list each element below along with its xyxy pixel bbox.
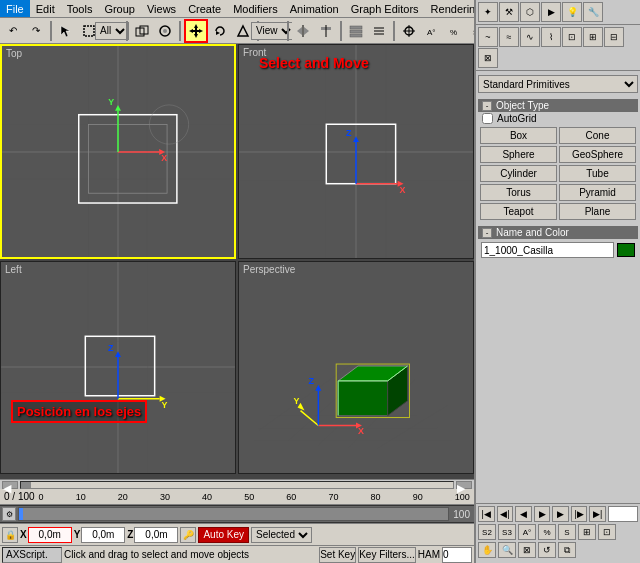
modify-tab[interactable]: ⚒ <box>499 2 519 22</box>
snap-2d-button[interactable]: S2 <box>478 524 496 540</box>
menu-graph-editors[interactable]: Graph Editors <box>345 0 425 17</box>
viewport-left[interactable]: Left Posición en los ejes Y Z <box>0 261 236 474</box>
percent-snap-button[interactable]: % <box>444 20 466 42</box>
y-label: Y <box>74 529 81 540</box>
angle-snap-button[interactable]: A° <box>421 20 443 42</box>
utilities-tab[interactable]: 🔧 <box>583 2 603 22</box>
create-tab[interactable]: ✦ <box>478 2 498 22</box>
reference-coord-dropdown[interactable]: View <box>262 20 284 42</box>
rotate-button[interactable] <box>209 20 231 42</box>
go-start-button[interactable]: |◀ <box>478 506 495 522</box>
cylinder-button[interactable]: Cylinder <box>480 165 557 182</box>
cone-button[interactable]: Cone <box>559 127 636 144</box>
rp-btn-2[interactable]: ≈ <box>499 27 519 47</box>
pyramid-button[interactable]: Pyramid <box>559 184 636 201</box>
zoom-button[interactable]: 🔍 <box>498 542 516 558</box>
rp-btn-8[interactable]: ⊠ <box>478 48 498 68</box>
timeline-options-btn[interactable]: ⚙ <box>2 507 16 521</box>
menu-tools[interactable]: Tools <box>61 0 99 17</box>
scroll-right-btn[interactable]: ▶ <box>456 481 472 489</box>
maximize-viewport-btn[interactable]: ⧉ <box>558 542 576 558</box>
plane-button[interactable]: Plane <box>559 203 636 220</box>
pan-button[interactable]: ✋ <box>478 542 496 558</box>
rp-btn-5[interactable]: ⊡ <box>562 27 582 47</box>
tube-button[interactable]: Tube <box>559 165 636 182</box>
primitive-type-dropdown[interactable]: Standard Primitives <box>478 75 638 93</box>
svg-text:Y: Y <box>294 396 300 406</box>
hierarchy-tab[interactable]: ⬡ <box>520 2 540 22</box>
layer-manager-button[interactable] <box>345 20 367 42</box>
timeline-track[interactable] <box>20 481 454 489</box>
play-button[interactable]: ▶ <box>534 506 551 522</box>
zoom-extents-btn[interactable]: ⊞ <box>578 524 596 540</box>
rp-btn-1[interactable]: ~ <box>478 27 498 47</box>
viewport-front[interactable]: Front Select and Move X Z <box>238 44 474 259</box>
menu-edit[interactable]: Edit <box>30 0 61 17</box>
select-button[interactable] <box>55 20 77 42</box>
angle-snap-btn2[interactable]: A° <box>518 524 536 540</box>
filter-select[interactable]: All <box>95 22 129 40</box>
snap-button[interactable] <box>398 20 420 42</box>
scroll-left-btn[interactable]: ◀ <box>2 481 18 489</box>
undo-button[interactable]: ↶ <box>2 20 24 42</box>
sphere-button[interactable]: Sphere <box>480 146 557 163</box>
rp-btn-3[interactable]: ∿ <box>520 27 540 47</box>
menu-file[interactable]: File <box>0 0 30 17</box>
object-type-collapse[interactable]: - <box>482 101 492 111</box>
set-key-button[interactable]: Set Key <box>319 547 356 563</box>
prev-frame-button[interactable]: ◀ <box>515 506 532 522</box>
rp-btn-7[interactable]: ⊟ <box>604 27 624 47</box>
next-key-button[interactable]: |▶ <box>571 506 588 522</box>
viewport-top[interactable]: Top X Y <box>0 44 236 259</box>
next-frame-button[interactable]: ▶ <box>552 506 569 522</box>
color-swatch[interactable] <box>617 243 635 257</box>
select-move-button[interactable] <box>184 19 208 43</box>
selection-dropdown[interactable]: Selected <box>251 527 312 543</box>
align-button[interactable] <box>315 20 337 42</box>
lock-button[interactable]: 🔒 <box>2 527 18 543</box>
object-name-input[interactable] <box>481 242 614 258</box>
timeline-thumb[interactable] <box>21 482 31 488</box>
h-scrollbar[interactable]: ◀ ▶ <box>0 479 474 489</box>
menu-views[interactable]: Views <box>141 0 182 17</box>
go-end-button[interactable]: ▶| <box>589 506 606 522</box>
orbit-button[interactable]: ↺ <box>538 542 556 558</box>
paint-select-button[interactable] <box>154 20 176 42</box>
autokey-button[interactable]: Auto Key <box>198 527 249 543</box>
torus-button[interactable]: Torus <box>480 184 557 201</box>
key-filters-button[interactable]: Key Filters... <box>358 547 416 563</box>
spinner-snap-btn2[interactable]: S <box>558 524 576 540</box>
snap-3d-button[interactable]: S3 <box>498 524 516 540</box>
name-color-collapse[interactable]: - <box>482 228 492 238</box>
rp-btn-6[interactable]: ⊞ <box>583 27 603 47</box>
menu-modifiers[interactable]: Modifiers <box>227 0 284 17</box>
zoom-extents-all-btn[interactable]: ⊡ <box>598 524 616 540</box>
geosphere-button[interactable]: GeoSphere <box>559 146 636 163</box>
y-input[interactable] <box>81 527 125 543</box>
mirror-button[interactable] <box>292 20 314 42</box>
menu-group[interactable]: Group <box>98 0 141 17</box>
display-tab[interactable]: 💡 <box>562 2 582 22</box>
menu-create[interactable]: Create <box>182 0 227 17</box>
menu-animation[interactable]: Animation <box>284 0 345 17</box>
redo-button[interactable]: ↷ <box>25 20 47 42</box>
selection-filter-dropdown[interactable]: All <box>101 20 123 42</box>
key-icon[interactable]: 🔑 <box>180 527 196 543</box>
ham-input[interactable] <box>442 547 472 563</box>
prev-key-button[interactable]: ◀| <box>497 506 514 522</box>
timeline[interactable]: ⚙ 100 <box>0 505 474 523</box>
autogrid-checkbox[interactable] <box>482 113 493 124</box>
timeline-bar[interactable] <box>18 507 449 521</box>
zoom-region-button[interactable]: ⊠ <box>518 542 536 558</box>
teapot-button[interactable]: Teapot <box>480 203 557 220</box>
viewport-perspective[interactable]: Perspective <box>238 261 474 474</box>
box-button[interactable]: Box <box>480 127 557 144</box>
motion-tab[interactable]: ▶ <box>541 2 561 22</box>
z-input[interactable] <box>134 527 178 543</box>
track-view-button[interactable] <box>368 20 390 42</box>
window-crossing-button[interactable] <box>131 20 153 42</box>
percent-snap-btn2[interactable]: % <box>538 524 556 540</box>
rp-btn-4[interactable]: ⌇ <box>541 27 561 47</box>
frame-input[interactable]: 0 <box>608 506 638 522</box>
x-input[interactable] <box>28 527 72 543</box>
